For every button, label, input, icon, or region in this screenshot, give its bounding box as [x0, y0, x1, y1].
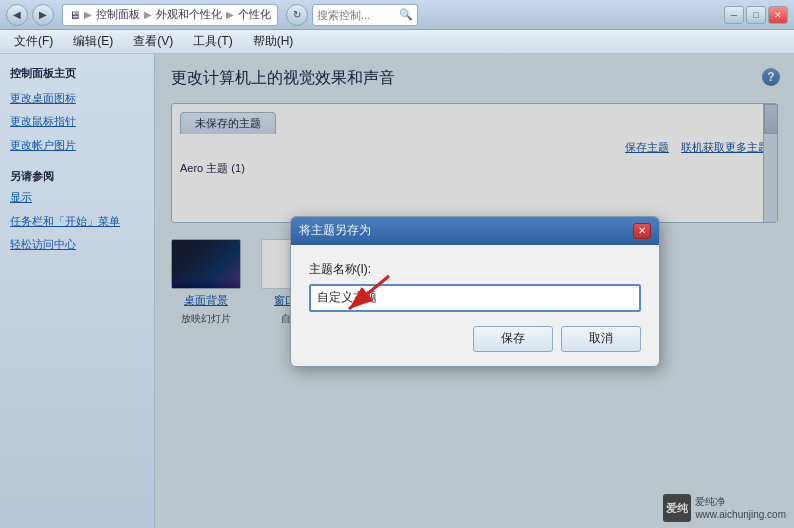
menu-edit[interactable]: 编辑(E): [67, 31, 119, 52]
refresh-button[interactable]: ↻: [286, 4, 308, 26]
title-bar-left: ◀ ▶ 🖥 ▶ 控制面板 ▶ 外观和个性化 ▶ 个性化 ↻ 🔍: [6, 4, 418, 26]
dialog-overlay: 将主题另存为 ✕ 主题名称(I):: [155, 54, 794, 528]
menu-file[interactable]: 文件(F): [8, 31, 59, 52]
sidebar-also-see-title: 另请参阅: [10, 169, 144, 184]
menu-tools[interactable]: 工具(T): [187, 31, 238, 52]
dialog-body: 主题名称(I):: [291, 245, 659, 366]
breadcrumb-sep3: ▶: [226, 9, 234, 20]
breadcrumb-root-icon: 🖥: [69, 9, 80, 21]
sidebar-link-mouse-pointer[interactable]: 更改鼠标指针: [10, 114, 144, 129]
breadcrumb-sep1: ▶: [84, 9, 92, 20]
dialog-title: 将主题另存为: [299, 222, 371, 239]
dialog-save-button[interactable]: 保存: [473, 326, 553, 352]
sidebar-link-accessibility[interactable]: 轻松访问中心: [10, 237, 144, 252]
sidebar: 控制面板主页 更改桌面图标 更改鼠标指针 更改帐户图片 另请参阅 显示 任务栏和…: [0, 54, 155, 528]
breadcrumb-control-panel[interactable]: 控制面板: [96, 7, 140, 22]
menu-bar: 文件(F) 编辑(E) 查看(V) 工具(T) 帮助(H): [0, 30, 794, 54]
sidebar-link-taskbar[interactable]: 任务栏和「开始」菜单: [10, 214, 144, 229]
breadcrumb-appearance[interactable]: 外观和个性化: [156, 7, 222, 22]
breadcrumb-sep2: ▶: [144, 9, 152, 20]
forward-button[interactable]: ▶: [32, 4, 54, 26]
minimize-button[interactable]: ─: [724, 6, 744, 24]
sidebar-link-desktop-icons[interactable]: 更改桌面图标: [10, 91, 144, 106]
dialog-close-button[interactable]: ✕: [633, 223, 651, 239]
title-bar: ◀ ▶ 🖥 ▶ 控制面板 ▶ 外观和个性化 ▶ 个性化 ↻ 🔍 ─ □ ✕: [0, 0, 794, 30]
dialog-title-bar: 将主题另存为 ✕: [291, 217, 659, 245]
maximize-button[interactable]: □: [746, 6, 766, 24]
window-controls: ─ □ ✕: [724, 6, 788, 24]
dialog-cancel-button[interactable]: 取消: [561, 326, 641, 352]
content-area: 更改计算机上的视觉效果和声音 ? 未保存的主题 保存主题 联机获取更多主题 Ae…: [155, 54, 794, 528]
menu-help[interactable]: 帮助(H): [247, 31, 300, 52]
back-button[interactable]: ◀: [6, 4, 28, 26]
sidebar-link-display[interactable]: 显示: [10, 190, 144, 205]
sidebar-also-see: 另请参阅 显示 任务栏和「开始」菜单 轻松访问中心: [10, 169, 144, 252]
search-icon: 🔍: [399, 8, 413, 21]
search-input[interactable]: [317, 9, 397, 21]
window-close-button[interactable]: ✕: [768, 6, 788, 24]
svg-line-1: [349, 276, 389, 309]
sidebar-title: 控制面板主页: [10, 66, 144, 81]
breadcrumb-personalize[interactable]: 个性化: [238, 7, 271, 22]
menu-view[interactable]: 查看(V): [127, 31, 179, 52]
arrow-indicator: [329, 271, 409, 321]
search-bar[interactable]: 🔍: [312, 4, 418, 26]
breadcrumb: 🖥 ▶ 控制面板 ▶ 外观和个性化 ▶ 个性化: [62, 4, 278, 26]
main-layout: 控制面板主页 更改桌面图标 更改鼠标指针 更改帐户图片 另请参阅 显示 任务栏和…: [0, 54, 794, 528]
sidebar-link-account-pic[interactable]: 更改帐户图片: [10, 138, 144, 153]
save-theme-dialog: 将主题另存为 ✕ 主题名称(I):: [290, 216, 660, 367]
dialog-buttons: 保存 取消: [309, 326, 641, 352]
